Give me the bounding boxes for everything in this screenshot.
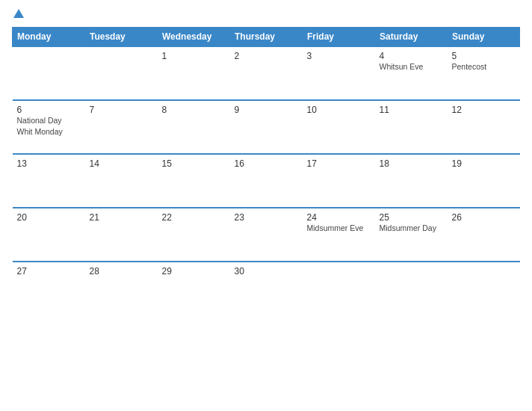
calendar-cell: 24Midsummer Eve: [303, 208, 375, 262]
day-number: 20: [17, 212, 81, 223]
calendar-cell: 25Midsummer Day: [375, 208, 448, 262]
calendar-cell: 15: [158, 154, 230, 208]
calendar-cell: 23: [230, 208, 303, 262]
calendar-cell: 18: [375, 154, 448, 208]
calendar-cell: 9: [230, 100, 303, 154]
day-number: 10: [307, 105, 371, 115]
day-number: 19: [452, 158, 516, 169]
calendar-cell: 30: [230, 262, 303, 315]
calendar-cell: 22: [158, 208, 230, 262]
calendar-cell: 29: [158, 262, 230, 315]
day-number: 2: [235, 51, 298, 61]
weekday-header: Monday: [13, 28, 85, 47]
event-label: National Day: [17, 115, 81, 126]
day-number: 22: [162, 212, 226, 223]
calendar-cell: 13: [13, 154, 85, 208]
calendar-cell: [303, 262, 375, 315]
calendar-cell: 17: [303, 154, 375, 208]
weekday-header-row: MondayTuesdayWednesdayThursdayFridaySatu…: [13, 28, 520, 47]
day-number: 17: [307, 158, 371, 169]
calendar-cell: [85, 46, 158, 100]
event-label: Pentecost: [452, 61, 516, 72]
day-number: 11: [380, 105, 443, 115]
calendar-table: MondayTuesdayWednesdayThursdayFridaySatu…: [12, 27, 520, 315]
calendar-cell: 20: [13, 208, 85, 262]
day-number: 7: [90, 105, 153, 115]
calendar-cell: 6National DayWhit Monday: [13, 100, 85, 154]
event-label: Midsummer Eve: [307, 223, 371, 234]
calendar-week-row: 27282930: [13, 262, 520, 315]
calendar-cell: 26: [448, 208, 520, 262]
weekday-header: Saturday: [375, 28, 448, 47]
day-number: 23: [235, 212, 298, 223]
calendar-cell: 4Whitsun Eve: [375, 46, 448, 100]
calendar-cell: 1: [158, 46, 230, 100]
calendar-cell: [375, 262, 448, 315]
logo-triangle-icon: [13, 9, 24, 18]
day-number: 18: [380, 158, 443, 169]
calendar-cell: 11: [375, 100, 448, 154]
logo: [12, 9, 24, 19]
weekday-header: Tuesday: [85, 28, 158, 47]
event-label: Midsummer Day: [380, 223, 443, 234]
calendar-cell: 14: [85, 154, 158, 208]
day-number: 8: [162, 105, 226, 115]
calendar-cell: 7: [85, 100, 158, 154]
day-number: 16: [235, 158, 298, 169]
calendar-cell: 27: [13, 262, 85, 315]
day-number: 24: [307, 212, 371, 223]
calendar-week-row: 1234Whitsun Eve5Pentecost: [13, 46, 520, 100]
calendar-cell: 5Pentecost: [448, 46, 520, 100]
day-number: 12: [452, 105, 516, 115]
calendar-week-row: 6National DayWhit Monday789101112: [13, 100, 520, 154]
calendar-cell: [13, 46, 85, 100]
day-number: 30: [235, 266, 298, 276]
event-label: Whit Monday: [17, 126, 81, 137]
calendar-cell: 12: [448, 100, 520, 154]
day-number: 13: [17, 158, 81, 169]
calendar-cell: 8: [158, 100, 230, 154]
day-number: 6: [17, 105, 81, 115]
event-label: Whitsun Eve: [380, 61, 443, 72]
day-number: 4: [380, 51, 443, 61]
day-number: 1: [162, 51, 226, 61]
calendar-cell: 21: [85, 208, 158, 262]
calendar-cell: 2: [230, 46, 303, 100]
header: [12, 9, 520, 19]
day-number: 29: [162, 266, 226, 276]
calendar-week-row: 2021222324Midsummer Eve25Midsummer Day26: [13, 208, 520, 262]
calendar-cell: 3: [303, 46, 375, 100]
calendar-cell: 19: [448, 154, 520, 208]
day-number: 28: [90, 266, 153, 276]
calendar-cell: [448, 262, 520, 315]
weekday-header: Sunday: [448, 28, 520, 47]
day-number: 27: [17, 266, 81, 276]
day-number: 26: [452, 212, 516, 223]
day-number: 14: [90, 158, 153, 169]
page: MondayTuesdayWednesdayThursdayFridaySatu…: [0, 0, 532, 411]
day-number: 21: [90, 212, 153, 223]
calendar-cell: 10: [303, 100, 375, 154]
day-number: 3: [307, 51, 371, 61]
calendar-week-row: 13141516171819: [13, 154, 520, 208]
weekday-header: Friday: [303, 28, 375, 47]
day-number: 9: [235, 105, 298, 115]
day-number: 15: [162, 158, 226, 169]
day-number: 25: [380, 212, 443, 223]
weekday-header: Thursday: [230, 28, 303, 47]
day-number: 5: [452, 51, 516, 61]
calendar-cell: 28: [85, 262, 158, 315]
weekday-header: Wednesday: [158, 28, 230, 47]
calendar-cell: 16: [230, 154, 303, 208]
